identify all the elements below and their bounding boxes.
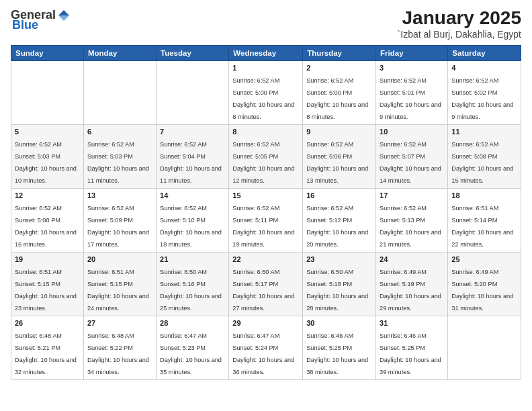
logo: General Blue bbox=[11, 8, 72, 32]
day-cell-2-2: 14 Sunrise: 6:52 AMSunset: 5:10 PMDaylig… bbox=[157, 188, 229, 252]
day-number: 12 bbox=[15, 191, 80, 199]
day-number: 24 bbox=[380, 255, 444, 263]
day-cell-2-6: 18 Sunrise: 6:51 AMSunset: 5:14 PMDaylig… bbox=[448, 188, 521, 252]
day-number: 28 bbox=[160, 319, 225, 327]
header-sunday: Sunday bbox=[11, 45, 84, 60]
day-number: 30 bbox=[306, 319, 372, 327]
weekday-header-row: Sunday Monday Tuesday Wednesday Thursday… bbox=[11, 45, 521, 60]
header: General Blue January 2025 `Izbat al Burj… bbox=[11, 8, 521, 40]
day-info: Sunrise: 6:52 AMSunset: 5:12 PMDaylight:… bbox=[306, 205, 368, 248]
day-cell-1-6: 11 Sunrise: 6:52 AMSunset: 5:08 PMDaylig… bbox=[448, 124, 521, 188]
day-cell-1-5: 10 Sunrise: 6:52 AMSunset: 5:07 PMDaylig… bbox=[376, 124, 448, 188]
day-info: Sunrise: 6:52 AMSunset: 5:03 PMDaylight:… bbox=[15, 141, 77, 184]
day-number: 23 bbox=[306, 255, 372, 263]
header-monday: Monday bbox=[83, 45, 156, 60]
day-cell-2-3: 15 Sunrise: 6:52 AMSunset: 5:11 PMDaylig… bbox=[229, 188, 303, 252]
day-number: 16 bbox=[306, 191, 372, 199]
day-number: 31 bbox=[380, 319, 444, 327]
day-info: Sunrise: 6:52 AMSunset: 5:04 PMDaylight:… bbox=[160, 141, 222, 184]
page: General Blue January 2025 `Izbat al Burj… bbox=[0, 0, 532, 411]
day-cell-3-1: 20 Sunrise: 6:51 AMSunset: 5:15 PMDaylig… bbox=[83, 252, 156, 316]
day-info: Sunrise: 6:48 AMSunset: 5:21 PMDaylight:… bbox=[15, 332, 77, 375]
day-info: Sunrise: 6:52 AMSunset: 5:03 PMDaylight:… bbox=[87, 141, 149, 184]
day-info: Sunrise: 6:50 AMSunset: 5:16 PMDaylight:… bbox=[160, 269, 222, 312]
day-number: 2 bbox=[306, 64, 372, 72]
day-info: Sunrise: 6:52 AMSunset: 5:08 PMDaylight:… bbox=[451, 141, 513, 184]
header-friday: Friday bbox=[376, 45, 448, 60]
logo-blue: Blue bbox=[12, 18, 38, 32]
day-number: 10 bbox=[380, 128, 444, 136]
day-cell-3-4: 23 Sunrise: 6:50 AMSunset: 5:18 PMDaylig… bbox=[303, 252, 376, 316]
title-block: January 2025 `Izbat al Burj, Dakahlia, E… bbox=[398, 8, 521, 40]
day-number: 11 bbox=[451, 128, 517, 136]
day-info: Sunrise: 6:51 AMSunset: 5:15 PMDaylight:… bbox=[87, 269, 149, 312]
calendar-title: January 2025 bbox=[398, 8, 521, 29]
day-number: 19 bbox=[15, 255, 80, 263]
day-info: Sunrise: 6:52 AMSunset: 5:10 PMDaylight:… bbox=[160, 205, 222, 248]
day-cell-4-2: 28 Sunrise: 6:47 AMSunset: 5:23 PMDaylig… bbox=[157, 316, 229, 379]
day-info: Sunrise: 6:46 AMSunset: 5:25 PMDaylight:… bbox=[306, 332, 368, 375]
day-info: Sunrise: 6:52 AMSunset: 5:05 PMDaylight:… bbox=[232, 141, 294, 184]
day-info: Sunrise: 6:50 AMSunset: 5:18 PMDaylight:… bbox=[306, 269, 368, 312]
day-info: Sunrise: 6:51 AMSunset: 5:14 PMDaylight:… bbox=[451, 205, 513, 248]
day-number: 1 bbox=[232, 64, 299, 72]
day-number: 27 bbox=[87, 319, 152, 327]
day-info: Sunrise: 6:52 AMSunset: 5:00 PMDaylight:… bbox=[232, 77, 294, 120]
day-cell-4-6 bbox=[448, 316, 521, 379]
day-cell-3-5: 24 Sunrise: 6:49 AMSunset: 5:19 PMDaylig… bbox=[376, 252, 448, 316]
day-cell-1-4: 9 Sunrise: 6:52 AMSunset: 5:06 PMDayligh… bbox=[303, 124, 376, 188]
svg-marker-0 bbox=[58, 10, 69, 15]
day-number: 20 bbox=[87, 255, 152, 263]
day-info: Sunrise: 6:47 AMSunset: 5:24 PMDaylight:… bbox=[232, 332, 294, 375]
day-cell-4-1: 27 Sunrise: 6:48 AMSunset: 5:22 PMDaylig… bbox=[83, 316, 156, 379]
day-cell-1-1: 6 Sunrise: 6:52 AMSunset: 5:03 PMDayligh… bbox=[83, 124, 156, 188]
day-cell-2-4: 16 Sunrise: 6:52 AMSunset: 5:12 PMDaylig… bbox=[303, 188, 376, 252]
day-info: Sunrise: 6:49 AMSunset: 5:20 PMDaylight:… bbox=[451, 269, 513, 312]
day-info: Sunrise: 6:52 AMSunset: 5:08 PMDaylight:… bbox=[15, 205, 77, 248]
day-number: 14 bbox=[160, 191, 225, 199]
logo-icon bbox=[57, 9, 71, 22]
day-cell-2-0: 12 Sunrise: 6:52 AMSunset: 5:08 PMDaylig… bbox=[11, 188, 84, 252]
svg-marker-1 bbox=[58, 15, 69, 21]
calendar-subtitle: `Izbat al Burj, Dakahlia, Egypt bbox=[398, 29, 521, 40]
day-cell-4-3: 29 Sunrise: 6:47 AMSunset: 5:24 PMDaylig… bbox=[229, 316, 303, 379]
day-cell-3-2: 21 Sunrise: 6:50 AMSunset: 5:16 PMDaylig… bbox=[157, 252, 229, 316]
calendar-table: Sunday Monday Tuesday Wednesday Thursday… bbox=[11, 45, 521, 380]
header-wednesday: Wednesday bbox=[229, 45, 303, 60]
day-number: 8 bbox=[232, 128, 299, 136]
day-number: 29 bbox=[232, 319, 299, 327]
day-cell-3-3: 22 Sunrise: 6:50 AMSunset: 5:17 PMDaylig… bbox=[229, 252, 303, 316]
day-number: 25 bbox=[451, 255, 517, 263]
day-number: 22 bbox=[232, 255, 299, 263]
week-row-1: 5 Sunrise: 6:52 AMSunset: 5:03 PMDayligh… bbox=[11, 124, 521, 188]
day-info: Sunrise: 6:52 AMSunset: 5:06 PMDaylight:… bbox=[306, 141, 368, 184]
day-info: Sunrise: 6:46 AMSunset: 5:25 PMDaylight:… bbox=[380, 332, 441, 375]
week-row-4: 26 Sunrise: 6:48 AMSunset: 5:21 PMDaylig… bbox=[11, 316, 521, 379]
day-info: Sunrise: 6:52 AMSunset: 5:09 PMDaylight:… bbox=[87, 205, 149, 248]
day-number: 5 bbox=[15, 128, 80, 136]
header-tuesday: Tuesday bbox=[157, 45, 229, 60]
day-cell-4-5: 31 Sunrise: 6:46 AMSunset: 5:25 PMDaylig… bbox=[376, 316, 448, 379]
week-row-0: 1 Sunrise: 6:52 AMSunset: 5:00 PMDayligh… bbox=[11, 60, 521, 124]
day-info: Sunrise: 6:52 AMSunset: 5:13 PMDaylight:… bbox=[380, 205, 441, 248]
day-cell-3-6: 25 Sunrise: 6:49 AMSunset: 5:20 PMDaylig… bbox=[448, 252, 521, 316]
day-cell-3-0: 19 Sunrise: 6:51 AMSunset: 5:15 PMDaylig… bbox=[11, 252, 84, 316]
day-number: 15 bbox=[232, 191, 299, 199]
day-cell-0-0 bbox=[11, 60, 84, 124]
day-cell-0-1 bbox=[83, 60, 156, 124]
day-info: Sunrise: 6:52 AMSunset: 5:00 PMDaylight:… bbox=[306, 77, 368, 120]
day-number: 6 bbox=[87, 128, 152, 136]
day-number: 7 bbox=[160, 128, 225, 136]
day-cell-0-4: 2 Sunrise: 6:52 AMSunset: 5:00 PMDayligh… bbox=[303, 60, 376, 124]
day-cell-0-3: 1 Sunrise: 6:52 AMSunset: 5:00 PMDayligh… bbox=[229, 60, 303, 124]
day-number: 4 bbox=[451, 64, 517, 72]
week-row-3: 19 Sunrise: 6:51 AMSunset: 5:15 PMDaylig… bbox=[11, 252, 521, 316]
day-cell-0-2 bbox=[157, 60, 229, 124]
day-cell-2-5: 17 Sunrise: 6:52 AMSunset: 5:13 PMDaylig… bbox=[376, 188, 448, 252]
day-cell-4-0: 26 Sunrise: 6:48 AMSunset: 5:21 PMDaylig… bbox=[11, 316, 84, 379]
day-number: 21 bbox=[160, 255, 225, 263]
day-info: Sunrise: 6:52 AMSunset: 5:02 PMDaylight:… bbox=[451, 77, 513, 120]
day-number: 3 bbox=[380, 64, 444, 72]
day-info: Sunrise: 6:49 AMSunset: 5:19 PMDaylight:… bbox=[380, 269, 441, 312]
day-info: Sunrise: 6:52 AMSunset: 5:07 PMDaylight:… bbox=[380, 141, 441, 184]
